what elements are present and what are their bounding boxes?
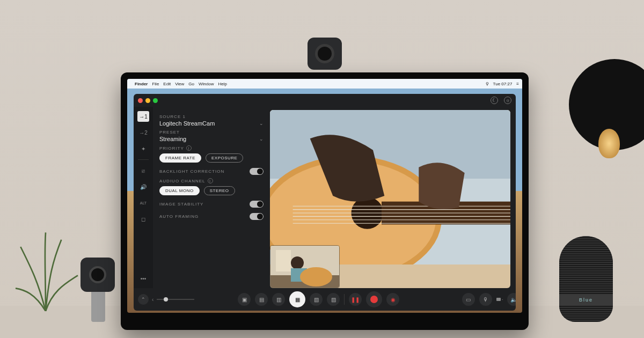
backlight-label: BACKLIGHT CORRECTION: [159, 169, 224, 174]
settings-panel: SOURCE 1 Logitech StreamCam ⌄ PRESET Str…: [153, 107, 270, 288]
main-video-preview: [270, 110, 510, 288]
plant: [5, 225, 86, 311]
layout-c-button[interactable]: ▥: [272, 293, 285, 306]
snapshot-button[interactable]: ◉: [386, 293, 399, 306]
audio-dual-mono[interactable]: DUAL MONO: [159, 186, 200, 195]
capture-app-window: ☾ ☼ →1 →2 ✦ ⎚ 🔊 ALT ◻ •••: [134, 94, 516, 311]
info-icon[interactable]: i: [186, 145, 192, 151]
mic-button[interactable]: 🎙: [479, 293, 492, 306]
alt-icon[interactable]: ALT: [137, 197, 149, 208]
menu-file[interactable]: File: [152, 82, 159, 86]
monitor: Finder File Edit View Go Window Help ⚲ T…: [121, 72, 529, 330]
chevron-down-icon: ⌄: [259, 121, 264, 126]
secondary-webcam: [80, 258, 115, 292]
moon-icon[interactable]: ☾: [491, 97, 498, 104]
window-titlebar: ☾ ☼: [134, 94, 516, 107]
info-icon[interactable]: i: [208, 178, 213, 183]
divider: [344, 294, 345, 305]
preset-label: PRESET: [159, 130, 264, 135]
more-icon[interactable]: •••: [137, 273, 149, 284]
speaker-button[interactable]: 🔈: [507, 293, 516, 306]
search-icon[interactable]: ⚲: [486, 82, 489, 86]
bottom-toolbar: ⌃ ‹ ▣ ▤ ▥ ▦ ▧ ▨ ❚❚ ◉: [134, 288, 516, 311]
collapse-up-button[interactable]: ⌃: [138, 294, 149, 305]
menu-view[interactable]: View: [175, 82, 184, 86]
svg-point-16: [300, 267, 332, 286]
zoom-button[interactable]: [153, 98, 158, 103]
preset-value: Streaming: [159, 136, 186, 142]
menu-go[interactable]: Go: [188, 82, 194, 86]
mounted-webcam: [308, 38, 342, 70]
layout-e-button[interactable]: ▧: [310, 293, 323, 306]
svg-point-14: [291, 256, 304, 269]
image-stability-label: IMAGE STABILITY: [159, 202, 203, 207]
layout-a-button[interactable]: ▣: [238, 293, 251, 306]
priority-label: PRIORITYi: [159, 145, 264, 151]
menubar-clock: Tue 07:27: [493, 82, 513, 86]
layout-f-button[interactable]: ▨: [327, 293, 340, 306]
menu-edit[interactable]: Edit: [163, 82, 171, 86]
auto-framing-label: AUTO FRAMING: [159, 214, 199, 219]
layout-b-button[interactable]: ▤: [255, 293, 268, 306]
zoom-slider[interactable]: [157, 299, 194, 300]
source-2-icon[interactable]: →2: [137, 127, 149, 138]
camera-icon[interactable]: ⎚: [137, 165, 149, 176]
chevron-down-icon: ⌄: [259, 136, 264, 142]
menu-window[interactable]: Window: [199, 82, 214, 86]
auto-framing-toggle[interactable]: [250, 213, 264, 220]
priority-exposure[interactable]: EXPOSURE: [206, 153, 243, 163]
effects-icon[interactable]: ✦: [137, 143, 149, 154]
audio-channel-label: AUDIUO CHANNELi: [159, 178, 264, 183]
left-tool-rail: →1 →2 ✦ ⎚ 🔊 ALT ◻ •••: [134, 107, 153, 288]
webcam-stand: [91, 290, 105, 322]
desk-lamp: [542, 59, 639, 166]
chevron-left-icon[interactable]: ‹: [152, 297, 153, 303]
image-stability-toggle[interactable]: [250, 201, 264, 208]
menu-help[interactable]: Help: [218, 82, 226, 86]
rail-divider: [138, 159, 149, 160]
preset-dropdown[interactable]: Streaming ⌄: [159, 136, 264, 142]
close-button[interactable]: [138, 98, 143, 103]
menubar-menu-icon[interactable]: ≡: [516, 82, 519, 86]
product-photo-scene: Finder File Edit View Go Window Help ⚲ T…: [0, 0, 644, 338]
svg-rect-17: [276, 250, 291, 271]
folder-button[interactable]: ▭: [462, 293, 475, 306]
minimize-button[interactable]: [145, 98, 150, 103]
layout-d-button[interactable]: ▦: [289, 291, 305, 307]
user-icon[interactable]: ◻: [137, 214, 149, 224]
audio-segmented: DUAL MONO STEREO: [159, 186, 264, 195]
record-button[interactable]: [366, 291, 382, 307]
desk-microphone: Blue: [554, 236, 618, 338]
source-1-icon[interactable]: →1: [137, 111, 149, 122]
mic-brand-label: Blue: [559, 294, 613, 306]
source-label: SOURCE 1: [159, 114, 264, 119]
macos-menubar: Finder File Edit View Go Window Help ⚲ T…: [127, 79, 522, 89]
picture-in-picture[interactable]: [270, 245, 340, 288]
priority-segmented: FRAME RATE EXPOSURE: [159, 153, 264, 163]
menubar-app-name[interactable]: Finder: [135, 82, 148, 86]
cam1-indicator: ·: [496, 297, 503, 302]
pause-button[interactable]: ❚❚: [349, 293, 362, 306]
sun-icon[interactable]: ☼: [504, 97, 511, 104]
priority-frame-rate[interactable]: FRAME RATE: [159, 153, 201, 163]
preview-area: [270, 107, 516, 288]
audio-icon[interactable]: 🔊: [137, 181, 149, 192]
backlight-toggle[interactable]: [250, 168, 264, 175]
source-value: Logitech StreamCam: [159, 120, 215, 127]
source-dropdown[interactable]: Logitech StreamCam ⌄: [159, 120, 264, 127]
desktop: Finder File Edit View Go Window Help ⚲ T…: [127, 79, 522, 313]
audio-stereo[interactable]: STEREO: [204, 186, 235, 195]
